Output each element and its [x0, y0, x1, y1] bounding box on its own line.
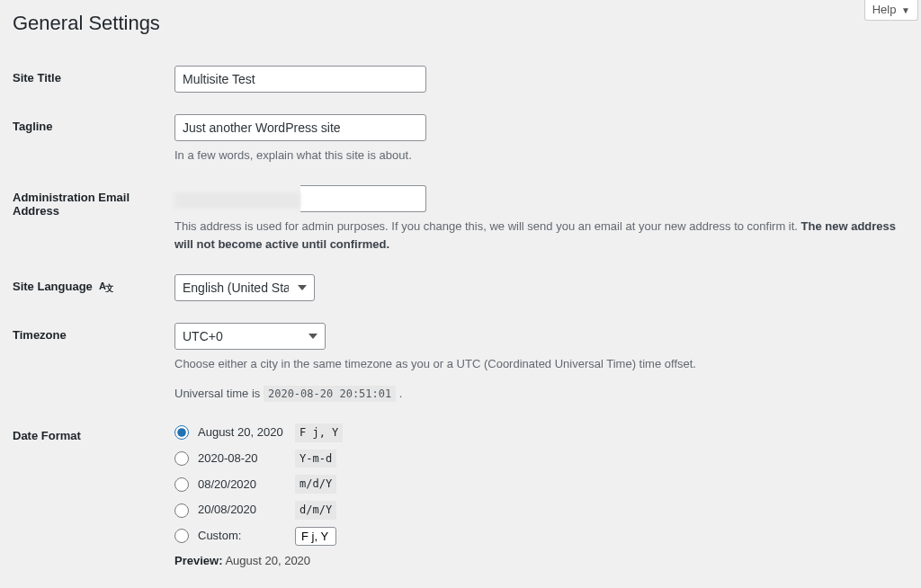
date-format-radio-custom[interactable] — [174, 529, 189, 543]
universal-time-code: 2020-08-20 20:51:01 — [264, 386, 396, 402]
date-format-option-label: 2020-08-20 — [198, 450, 295, 467]
date-format-option-label: August 20, 2020 — [198, 424, 295, 441]
date-format-option: 2020-08-20Y-m-d — [174, 450, 899, 468]
admin-email-input[interactable] — [300, 185, 426, 212]
universal-time: Universal time is 2020-08-20 20:51:01 . — [174, 386, 899, 402]
admin-email-label: Administration Email Address — [13, 174, 174, 263]
page-title: General Settings — [13, 11, 908, 37]
date-format-radio[interactable] — [174, 425, 189, 440]
admin-email-desc: This address is used for admin purposes.… — [174, 218, 899, 253]
date-format-option: August 20, 2020F j, Y — [174, 423, 899, 442]
timezone-desc: Choose either a city in the same timezon… — [174, 355, 899, 373]
site-language-label: Site Language A文 — [13, 263, 174, 312]
tagline-desc: In a few words, explain what this site i… — [174, 147, 899, 165]
timezone-label: Timezone — [13, 312, 174, 413]
date-format-option-code: d/m/Y — [295, 501, 336, 520]
date-format-option-label: 08/20/2020 — [198, 477, 295, 493]
help-tab-label: Help — [872, 3, 897, 16]
date-format-option: 20/08/2020d/m/Y — [174, 501, 899, 520]
date-format-option-label: 20/08/2020 — [198, 502, 295, 518]
tagline-input[interactable] — [174, 114, 426, 141]
tagline-label: Tagline — [13, 103, 174, 175]
site-language-select[interactable]: English (United States) — [174, 274, 315, 301]
site-title-input[interactable] — [174, 66, 426, 93]
translate-icon: A文 — [99, 280, 113, 295]
date-format-radio[interactable] — [174, 451, 189, 466]
date-format-preview: Preview: August 20, 2020 — [174, 553, 899, 569]
site-title-label: Site Title — [13, 55, 174, 103]
chevron-down-icon: ▼ — [901, 5, 910, 15]
admin-email-blurred — [174, 192, 300, 209]
time-format-label: Time Format — [13, 580, 174, 588]
date-format-option-code: m/d/Y — [295, 475, 336, 494]
date-format-custom-row: Custom: — [174, 527, 899, 546]
timezone-select[interactable]: UTC+0 — [174, 323, 326, 350]
date-format-option-code: Y-m-d — [295, 450, 336, 468]
date-format-option: 08/20/2020m/d/Y — [174, 475, 899, 494]
date-format-custom-input[interactable] — [295, 527, 336, 546]
date-format-option-code: F j, Y — [295, 423, 343, 442]
help-tab[interactable]: Help ▼ — [864, 0, 918, 21]
date-format-custom-label: Custom: — [198, 528, 295, 544]
date-format-radio[interactable] — [174, 477, 189, 492]
date-format-label: Date Format — [13, 413, 174, 580]
svg-text:文: 文 — [104, 283, 113, 292]
date-format-radio[interactable] — [174, 503, 189, 518]
